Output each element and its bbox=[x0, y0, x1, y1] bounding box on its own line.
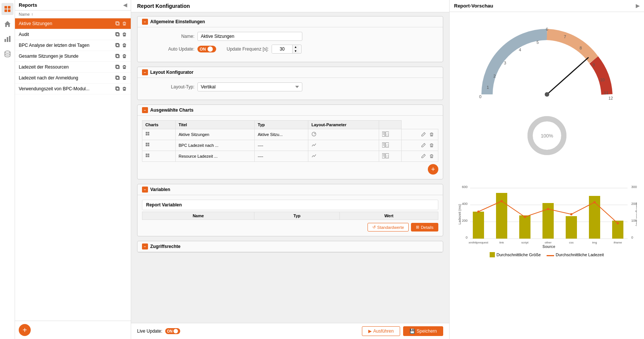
svg-text:Ladezeit (ms): Ladezeit (ms) bbox=[458, 204, 462, 225]
sidebar-item-label-4: Ladezeit der Ressourcen bbox=[19, 64, 115, 70]
svg-rect-5 bbox=[7, 37, 8, 42]
update-freq-input[interactable] bbox=[272, 45, 292, 53]
auto-update-toggle[interactable]: ON bbox=[197, 46, 216, 52]
chart-delete-btn-0[interactable] bbox=[428, 131, 435, 138]
charts-table: Charts Titel Typ Layout-Parameter Aktive… bbox=[142, 120, 438, 162]
section-variables: − Variablen Report Variablen Name Typ We… bbox=[137, 184, 443, 236]
copy-icon-4[interactable] bbox=[115, 64, 120, 70]
line-dot-0 bbox=[477, 211, 480, 213]
bar-4 bbox=[566, 216, 577, 239]
copy-icon-3[interactable] bbox=[115, 54, 120, 59]
chart-delete-btn-2[interactable] bbox=[428, 153, 435, 160]
name-input[interactable] bbox=[197, 32, 302, 41]
live-update-toggle[interactable]: ON bbox=[165, 328, 180, 334]
chart-edit-btn-1[interactable] bbox=[420, 142, 427, 149]
sidebar-item-actions-1 bbox=[115, 32, 127, 37]
copy-icon-0[interactable] bbox=[115, 21, 120, 26]
sidebar-item-4[interactable]: Ladezeit der Ressourcen bbox=[15, 62, 131, 73]
svg-text:xmlhttprequest: xmlhttprequest bbox=[469, 241, 489, 244]
delete-icon-5[interactable] bbox=[122, 75, 127, 81]
sidebar-title: Reports bbox=[19, 2, 37, 8]
run-button[interactable]: ▶ Ausführen bbox=[362, 326, 400, 336]
chart-legend: Durchschnittliche Größe Durchschnittlich… bbox=[457, 252, 637, 257]
copy-icon-2[interactable] bbox=[115, 43, 120, 48]
chart-cell-layout-2: { } bbox=[379, 151, 402, 162]
section-general-collapse[interactable]: − bbox=[142, 19, 148, 25]
sidebar-collapse-icon[interactable]: ◀ bbox=[123, 2, 127, 8]
sidebar-footer: + bbox=[15, 321, 131, 339]
section-charts-body: Charts Titel Typ Layout-Parameter Aktive… bbox=[137, 116, 443, 179]
chart-cell-name-0: Aktive Sitzungen bbox=[175, 129, 254, 140]
svg-rect-4 bbox=[4, 39, 6, 42]
layout-type-select[interactable]: Vertikal Horizontal Grid bbox=[197, 82, 302, 91]
svg-text:300: 300 bbox=[631, 185, 637, 189]
sidebar-item-label-3: Gesamte Sitzungen je Stunde bbox=[19, 54, 115, 59]
copy-icon-6[interactable] bbox=[115, 86, 120, 91]
chart-cell-icon-0 bbox=[142, 129, 176, 140]
section-charts: − Ausgewählte Charts Charts Titel Typ La… bbox=[137, 105, 443, 179]
sidebar-sort-direction[interactable]: ↑ bbox=[31, 12, 33, 16]
svg-text:iframe: iframe bbox=[614, 241, 622, 244]
section-variables-body: Report Variablen Name Typ Wert ↺ bbox=[137, 195, 443, 236]
svg-rect-0 bbox=[4, 6, 7, 9]
delete-icon-2[interactable] bbox=[122, 43, 127, 48]
svg-rect-30 bbox=[383, 134, 384, 135]
sidebar-item-label-6: Verwendungszeit von BPC-Modul... bbox=[19, 86, 115, 91]
chart-delete-btn-1[interactable] bbox=[428, 142, 435, 149]
icon-bar-reports[interactable] bbox=[1, 3, 13, 15]
name-row: Name: bbox=[142, 32, 438, 41]
details-button[interactable]: ⊞ Details bbox=[411, 223, 438, 231]
delete-icon-3[interactable] bbox=[122, 54, 127, 59]
delete-icon-6[interactable] bbox=[122, 86, 127, 91]
preview-expand-icon[interactable]: ▶ bbox=[636, 3, 640, 9]
add-report-button[interactable]: + bbox=[19, 324, 31, 336]
defaults-button[interactable]: ↺ Standardwerte bbox=[368, 223, 409, 231]
sidebar-item-6[interactable]: Verwendungszeit von BPC-Modul... bbox=[15, 84, 131, 94]
sidebar-item-2[interactable]: BPC Analyse der letzten drei Tagen bbox=[15, 40, 131, 51]
sidebar-item-3[interactable]: Gesamte Sitzungen je Stunde bbox=[15, 51, 131, 62]
sidebar-sort-label: Name bbox=[19, 12, 30, 16]
live-update-toggle-label: ON bbox=[167, 329, 172, 333]
svg-rect-48 bbox=[383, 155, 384, 157]
variables-section-header: Report Variablen bbox=[142, 200, 438, 210]
sidebar-item-0[interactable]: Aktive Sitzungen bbox=[15, 18, 131, 29]
icon-bar-dashboard[interactable] bbox=[1, 18, 13, 30]
svg-rect-43 bbox=[148, 154, 149, 155]
add-chart-button[interactable]: + bbox=[428, 164, 438, 175]
sidebar-item-5[interactable]: Ladezeit nach der Anmeldung bbox=[15, 73, 131, 84]
section-general-title: Allgemeine Einstellungen bbox=[150, 19, 205, 24]
svg-text:10: 10 bbox=[600, 78, 604, 82]
delete-icon-4[interactable] bbox=[122, 64, 127, 70]
svg-rect-39 bbox=[383, 145, 384, 146]
delete-icon-0[interactable] bbox=[122, 21, 127, 26]
delete-icon-1[interactable] bbox=[122, 32, 127, 37]
section-charts-collapse[interactable]: − bbox=[142, 107, 148, 113]
icon-bar-analytics[interactable] bbox=[1, 33, 13, 45]
copy-icon-5[interactable] bbox=[115, 75, 120, 81]
config-panel-header: Report Konfiguration bbox=[131, 0, 449, 12]
update-freq-up[interactable]: ▲ bbox=[293, 45, 299, 49]
section-layout-collapse[interactable]: − bbox=[142, 69, 148, 75]
sidebar-item-actions-5 bbox=[115, 75, 127, 81]
refresh-icon: ↺ bbox=[372, 225, 376, 230]
section-access-collapse[interactable]: − bbox=[142, 243, 148, 249]
sidebar-item-1[interactable]: Audit bbox=[15, 29, 131, 40]
bottom-left: Live Update: ON bbox=[137, 328, 180, 334]
svg-text:0: 0 bbox=[479, 94, 481, 99]
bar-2 bbox=[519, 215, 530, 239]
chart-edit-btn-0[interactable] bbox=[420, 131, 427, 138]
icon-bar-database[interactable] bbox=[1, 48, 13, 60]
svg-text:0: 0 bbox=[466, 236, 468, 239]
section-variables-title: Variablen bbox=[150, 187, 170, 192]
chart-row-1: BPC Ladezeit nach ... ---- { } bbox=[142, 140, 438, 151]
copy-icon-1[interactable] bbox=[115, 32, 120, 37]
svg-text:6: 6 bbox=[545, 27, 548, 31]
chart-cell-icon-2 bbox=[142, 151, 176, 162]
section-variables-collapse[interactable]: − bbox=[142, 187, 148, 193]
var-col-name: Name bbox=[142, 212, 254, 220]
save-button[interactable]: 💾 Speichern bbox=[403, 326, 443, 336]
svg-text:img: img bbox=[592, 241, 597, 244]
layout-type-label: Layout-Typ: bbox=[142, 84, 194, 90]
chart-edit-btn-2[interactable] bbox=[420, 153, 427, 160]
update-freq-down[interactable]: ▼ bbox=[293, 49, 299, 53]
